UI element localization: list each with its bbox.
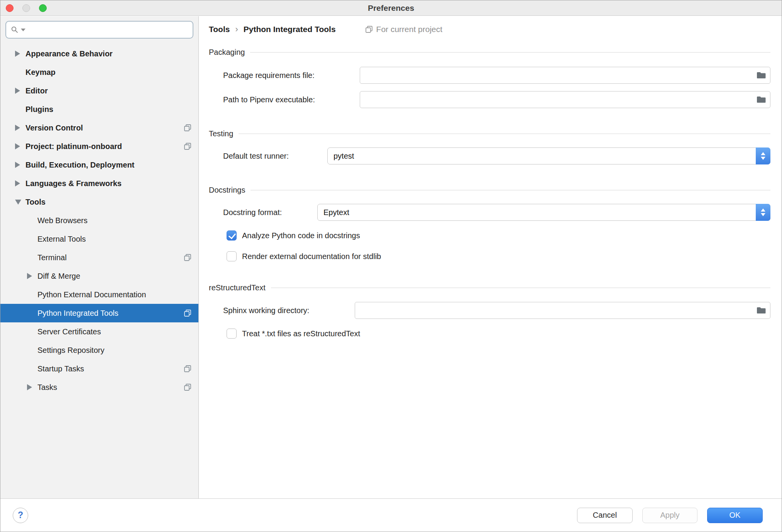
ok-button[interactable]: OK	[707, 508, 763, 523]
folder-browse-icon[interactable]	[757, 96, 766, 103]
sidebar-item-python-external-documentation[interactable]: Python External Documentation	[0, 285, 198, 304]
sphinx-directory-input[interactable]	[355, 302, 770, 319]
project-settings-icon	[184, 309, 191, 317]
apply-button[interactable]: Apply	[642, 508, 697, 523]
search-field[interactable]	[5, 21, 193, 39]
sidebar-item-settings-repository[interactable]: Settings Repository	[0, 341, 198, 359]
for-current-project-note: For current project	[365, 25, 443, 34]
sphinx-directory-label: Sphinx working directory:	[223, 306, 355, 315]
sidebar-item-external-tools[interactable]: External Tools	[0, 230, 198, 248]
settings-panel: Tools › Python Integrated Tools For curr…	[199, 16, 782, 498]
minimize-button[interactable]	[22, 4, 30, 12]
project-settings-icon	[184, 254, 191, 261]
sidebar-item-version-control[interactable]: Version Control	[0, 119, 198, 137]
sidebar-item-editor[interactable]: Editor	[0, 81, 198, 100]
project-settings-icon	[365, 25, 373, 33]
project-settings-icon	[184, 142, 191, 150]
section-testing: Testing	[209, 128, 770, 139]
sidebar-item-server-certificates[interactable]: Server Certificates	[0, 322, 198, 341]
chevron-right-icon[interactable]	[27, 273, 34, 279]
pipenv-path-row: Path to Pipenv executable:	[209, 91, 770, 108]
breadcrumb-separator: ›	[235, 24, 238, 34]
title-bar: Preferences	[0, 0, 782, 16]
chevron-right-icon[interactable]	[15, 180, 22, 186]
search-input[interactable]	[27, 22, 188, 37]
settings-sidebar: Appearance & Behavior Keymap Editor Plug…	[0, 16, 199, 499]
traffic-lights	[6, 4, 47, 12]
analyze-docstrings-checkbox[interactable]	[227, 230, 237, 241]
folder-browse-icon[interactable]	[757, 71, 766, 79]
combo-stepper-icon[interactable]	[756, 147, 770, 164]
sidebar-item-build-execution-deployment[interactable]: Build, Execution, Deployment	[0, 156, 198, 174]
default-test-runner-row: Default test runner: pytest	[209, 147, 770, 164]
window-title: Preferences	[368, 3, 414, 13]
sidebar-item-python-integrated-tools[interactable]: Python Integrated Tools	[0, 304, 198, 322]
settings-tree: Appearance & Behavior Keymap Editor Plug…	[0, 44, 198, 396]
package-requirements-input[interactable]	[360, 67, 770, 84]
sidebar-item-languages-frameworks[interactable]: Languages & Frameworks	[0, 174, 198, 193]
zoom-button[interactable]	[39, 4, 47, 12]
chevron-right-icon[interactable]	[15, 88, 22, 94]
sidebar-item-tools[interactable]: Tools	[0, 193, 198, 211]
project-settings-icon	[184, 124, 191, 132]
sidebar-item-tasks[interactable]: Tasks	[0, 378, 198, 396]
breadcrumb-tools[interactable]: Tools	[209, 25, 230, 34]
breadcrumb: Tools › Python Integrated Tools For curr…	[209, 22, 770, 36]
close-button[interactable]	[6, 4, 14, 12]
breadcrumb-current: Python Integrated Tools	[244, 25, 336, 34]
analyze-docstrings-row: Analyze Python code in docstrings	[209, 230, 770, 241]
chevron-down-icon[interactable]	[15, 200, 22, 205]
sidebar-item-startup-tasks[interactable]: Startup Tasks	[0, 359, 198, 378]
section-docstrings: Docstrings	[209, 184, 770, 196]
render-external-docs-label: Render external documentation for stdlib	[242, 252, 381, 261]
sidebar-item-keymap[interactable]: Keymap	[0, 63, 198, 81]
sidebar-item-appearance-behavior[interactable]: Appearance & Behavior	[0, 44, 198, 63]
sidebar-item-diff-merge[interactable]: Diff & Merge	[0, 267, 198, 285]
package-requirements-row: Package requirements file:	[209, 67, 770, 84]
dialog-footer: ? Cancel Apply OK	[0, 498, 782, 532]
project-settings-icon	[184, 365, 191, 373]
search-options-chevron-icon[interactable]	[21, 29, 25, 31]
section-restructuredtext: reStructuredText	[209, 282, 770, 293]
chevron-right-icon[interactable]	[27, 384, 34, 390]
chevron-right-icon[interactable]	[15, 143, 22, 149]
chevron-right-icon[interactable]	[15, 125, 22, 131]
section-packaging: Packaging	[209, 46, 770, 58]
pipenv-path-input[interactable]	[360, 91, 770, 108]
combo-stepper-icon[interactable]	[756, 204, 770, 221]
preferences-dialog: Preferences Appearance & Behavior Keymap…	[0, 0, 782, 532]
treat-txt-label: Treat *.txt files as reStructuredText	[242, 329, 360, 338]
chevron-right-icon[interactable]	[15, 51, 22, 57]
sidebar-item-project-platinum-onboard[interactable]: Project: platinum-onboard	[0, 137, 198, 156]
sidebar-item-terminal[interactable]: Terminal	[0, 248, 198, 267]
default-test-runner-select[interactable]: pytest	[327, 147, 770, 164]
sidebar-item-web-browsers[interactable]: Web Browsers	[0, 211, 198, 230]
folder-browse-icon[interactable]	[757, 307, 766, 314]
docstring-format-row: Docstring format: Epytext	[209, 204, 770, 221]
docstring-format-select[interactable]: Epytext	[317, 204, 770, 221]
default-test-runner-label: Default test runner:	[223, 152, 327, 161]
cancel-button[interactable]: Cancel	[577, 508, 633, 523]
sphinx-directory-row: Sphinx working directory:	[209, 302, 770, 319]
render-external-docs-checkbox[interactable]	[227, 251, 237, 261]
help-button[interactable]: ?	[13, 508, 28, 523]
treat-txt-row: Treat *.txt files as reStructuredText	[209, 329, 770, 339]
sidebar-item-plugins[interactable]: Plugins	[0, 100, 198, 119]
package-requirements-label: Package requirements file:	[223, 71, 360, 80]
render-external-docs-row: Render external documentation for stdlib	[209, 251, 770, 261]
treat-txt-checkbox[interactable]	[227, 329, 237, 339]
docstring-format-label: Docstring format:	[223, 208, 317, 217]
project-settings-icon	[184, 383, 191, 391]
analyze-docstrings-label: Analyze Python code in docstrings	[242, 231, 360, 240]
search-icon	[11, 26, 19, 34]
chevron-right-icon[interactable]	[15, 162, 22, 168]
pipenv-path-label: Path to Pipenv executable:	[223, 95, 360, 104]
